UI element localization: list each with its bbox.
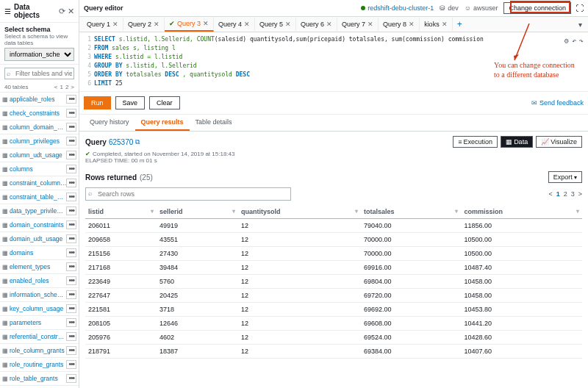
more-icon[interactable]: ••• xyxy=(66,360,76,369)
close-icon[interactable]: ✕ xyxy=(68,7,74,16)
more-icon[interactable]: ••• xyxy=(66,346,76,355)
tab-table-details[interactable]: Table details xyxy=(190,115,238,131)
more-icon[interactable]: ••• xyxy=(66,234,76,243)
more-icon[interactable]: ••• xyxy=(66,304,76,313)
table-item[interactable]: ▦role_routine_grants••• xyxy=(0,358,79,372)
table-item[interactable]: ▦element_types••• xyxy=(0,260,79,274)
tab-query-history[interactable]: Query history xyxy=(84,115,135,131)
column-header[interactable]: totalsales▾ xyxy=(361,205,461,219)
table-item[interactable]: ▦information_schema_catalog_...••• xyxy=(0,288,79,302)
page-prev[interactable]: < xyxy=(54,84,58,90)
page-next[interactable]: > xyxy=(71,84,74,90)
tab-query-results[interactable]: Query results xyxy=(135,115,190,131)
close-tab-icon[interactable]: ✕ xyxy=(203,20,209,27)
editor-redo-icon[interactable]: ↷ xyxy=(579,35,584,46)
sort-icon[interactable]: ▾ xyxy=(355,208,358,215)
table-item[interactable]: ▦column_privileges••• xyxy=(0,134,79,148)
query-tab[interactable]: Query 2✕ xyxy=(123,18,165,31)
refresh-icon[interactable]: ⟳ xyxy=(59,7,65,16)
table-item[interactable]: ▦role_column_grants••• xyxy=(0,344,79,358)
more-icon[interactable]: ••• xyxy=(66,193,76,201)
more-icon[interactable]: ••• xyxy=(66,374,76,383)
close-tab-icon[interactable]: ✕ xyxy=(442,21,448,28)
table-item[interactable]: ▦applicable_roles••• xyxy=(0,93,79,107)
rows-page-2[interactable]: 2 xyxy=(564,190,567,198)
more-icon[interactable]: ••• xyxy=(66,151,76,159)
editor-undo-icon[interactable]: ↶ xyxy=(572,35,576,46)
query-tab[interactable]: Query 5✕ xyxy=(255,18,296,31)
table-item[interactable]: ▦constraint_column_usage••• xyxy=(0,176,79,190)
sort-icon[interactable]: ▾ xyxy=(232,208,235,215)
more-icon[interactable]: ••• xyxy=(66,123,76,132)
more-icon[interactable]: ••• xyxy=(66,332,76,341)
column-header[interactable]: quantitysold▾ xyxy=(238,205,361,219)
fullscreen-icon[interactable]: ⛶ xyxy=(576,4,584,12)
table-item[interactable]: ▦key_column_usage••• xyxy=(0,302,79,316)
table-item[interactable]: ▦columns••• xyxy=(0,162,79,176)
close-tab-icon[interactable]: ✕ xyxy=(368,21,373,28)
table-item[interactable]: ▦column_udt_usage••• xyxy=(0,148,79,162)
query-tab[interactable]: ✔Query 3✕ xyxy=(165,17,214,32)
table-item[interactable]: ▦domain_udt_usage••• xyxy=(0,232,79,246)
more-icon[interactable]: ••• xyxy=(66,220,76,229)
close-tab-icon[interactable]: ✕ xyxy=(285,21,291,28)
rows-prev[interactable]: < xyxy=(548,190,552,198)
save-button[interactable]: Save xyxy=(115,96,146,109)
more-icon[interactable]: ••• xyxy=(66,179,76,187)
sort-icon[interactable]: ▾ xyxy=(576,208,579,215)
more-icon[interactable]: ••• xyxy=(66,95,76,104)
more-icon[interactable]: ••• xyxy=(66,109,76,118)
more-icon[interactable]: ••• xyxy=(66,276,76,285)
query-tab[interactable]: Query 1✕ xyxy=(82,18,123,31)
query-tab[interactable]: kioks✕ xyxy=(420,18,453,31)
table-row[interactable]: 208105126461269608.0010441.20 xyxy=(85,317,582,331)
query-tab[interactable]: Query 7✕ xyxy=(337,18,379,31)
table-row[interactable]: 227647204251269720.0010458.00 xyxy=(85,289,582,303)
table-item[interactable]: ▦column_domain_usage••• xyxy=(0,121,79,134)
query-tab[interactable]: Query 6✕ xyxy=(296,18,337,31)
column-header[interactable]: commission▾ xyxy=(461,205,582,219)
table-item[interactable]: ▦check_constraints••• xyxy=(0,107,79,121)
table-row[interactable]: 209658435511270000.0010500.00 xyxy=(85,233,582,247)
query-tab[interactable]: Query 4✕ xyxy=(214,18,255,31)
column-header[interactable]: sellerid▾ xyxy=(157,205,238,219)
more-icon[interactable]: ••• xyxy=(66,248,76,257)
export-button[interactable]: Export xyxy=(548,171,582,183)
table-item[interactable]: ▦referential_constraints••• xyxy=(0,330,79,344)
table-item[interactable]: ▦domain_constraints••• xyxy=(0,218,79,232)
more-icon[interactable]: ••• xyxy=(66,165,76,173)
sort-icon[interactable]: ▾ xyxy=(455,208,458,215)
table-item[interactable]: ▦data_type_privileges••• xyxy=(0,204,79,218)
close-tab-icon[interactable]: ✕ xyxy=(326,21,332,28)
execution-button[interactable]: ≡Execution xyxy=(453,136,498,148)
query-id[interactable]: 625370 xyxy=(109,138,133,146)
schema-select[interactable]: information_schema xyxy=(4,48,74,61)
more-icon[interactable]: ••• xyxy=(66,290,76,299)
table-row[interactable]: 206011499191279040.0011856.00 xyxy=(85,219,582,233)
page-total[interactable]: 2 xyxy=(65,84,68,90)
query-tab[interactable]: Query 8✕ xyxy=(379,18,420,31)
table-item[interactable]: ▦domains••• xyxy=(0,246,79,260)
more-icon[interactable]: ••• xyxy=(66,137,76,146)
table-row[interactable]: 215156274301270000.0010500.00 xyxy=(85,247,582,261)
table-item[interactable]: ▦role_table_grants••• xyxy=(0,372,79,386)
more-icon[interactable]: ••• xyxy=(66,262,76,271)
table-row[interactable]: 217168394841269916.0010487.40 xyxy=(85,261,582,275)
run-button[interactable]: Run xyxy=(84,96,111,109)
table-row[interactable]: 20597646021269524.0010428.60 xyxy=(85,331,582,345)
close-tab-icon[interactable]: ✕ xyxy=(112,21,118,28)
editor-settings-icon[interactable]: ⚙ xyxy=(564,35,569,46)
table-row[interactable]: 22364957601269804.0010458.00 xyxy=(85,275,582,289)
sort-icon[interactable]: ▾ xyxy=(151,208,154,215)
visualize-button[interactable]: 📈Visualize xyxy=(536,136,582,148)
rows-page-3[interactable]: 3 xyxy=(571,190,575,198)
data-button[interactable]: ▦Data xyxy=(501,136,533,148)
clear-button[interactable]: Clear xyxy=(149,96,180,109)
rows-next[interactable]: > xyxy=(578,190,582,198)
close-tab-icon[interactable]: ✕ xyxy=(409,21,415,28)
external-link-icon[interactable]: ⧉ xyxy=(135,138,140,146)
table-item[interactable]: ▦enabled_roles••• xyxy=(0,274,79,288)
table-row[interactable]: 22158137181269692.0010453.80 xyxy=(85,303,582,317)
close-tab-icon[interactable]: ✕ xyxy=(244,21,250,28)
column-header[interactable]: listid▾ xyxy=(85,205,157,219)
